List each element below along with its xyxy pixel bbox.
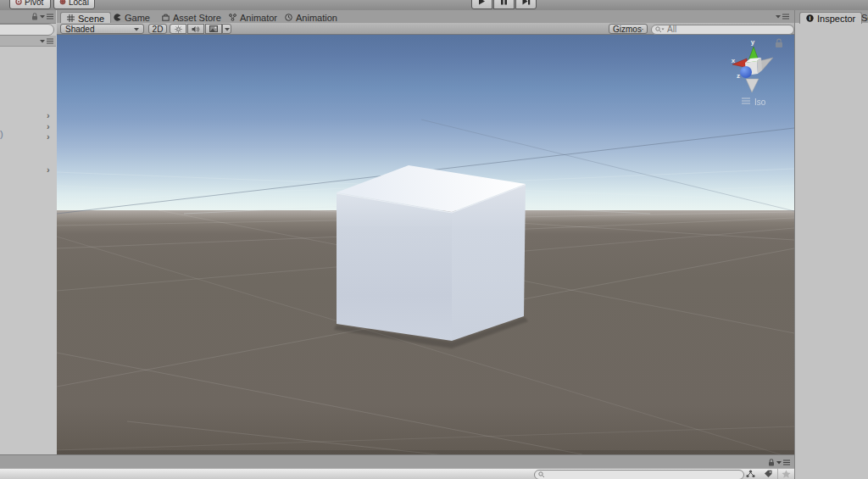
grid-icon (67, 14, 75, 22)
dropdown-arrow-icon[interactable] (40, 39, 45, 43)
pivot-icon (15, 0, 22, 5)
tab-game[interactable]: Game (108, 12, 156, 23)
play-icon (478, 0, 486, 5)
asset-labels-button[interactable] (760, 469, 776, 479)
tab-services-partial[interactable]: Se (860, 12, 868, 23)
projection-label: Iso (754, 97, 766, 107)
info-icon: i (806, 14, 814, 22)
speaker-icon (192, 25, 200, 33)
tab-animator[interactable]: Animator (223, 12, 283, 23)
scene-viewport[interactable]: y x z Iso (57, 35, 794, 454)
inspector-panel: i Inspector Se (794, 10, 868, 479)
collab-nodes-button[interactable] (743, 469, 759, 479)
tab-scene[interactable]: Scene (60, 12, 111, 24)
pause-button[interactable] (493, 0, 515, 9)
foldout-chevron[interactable]: › (47, 164, 50, 175)
gizmos-dropdown[interactable]: Gizmos (609, 24, 648, 34)
pivot-button[interactable]: Pivot (9, 0, 51, 9)
animator-graph-icon (229, 14, 236, 21)
foldout-chevron[interactable]: › (47, 121, 50, 131)
chevron-down-icon (642, 27, 643, 31)
cube-object[interactable] (334, 165, 528, 348)
search-icon (538, 471, 545, 478)
play-button[interactable] (471, 0, 492, 9)
search-icon (655, 26, 665, 33)
shading-mode-dropdown[interactable]: Shaded (60, 24, 144, 34)
scene-lighting-toggle[interactable] (170, 24, 186, 34)
gizmo-axis-z-sphere[interactable] (740, 66, 752, 78)
left-panel-search-field[interactable] (0, 24, 54, 36)
pause-icon (500, 0, 508, 5)
scene-search-field[interactable]: All (651, 25, 794, 35)
dropdown-arrow-icon[interactable] (40, 14, 45, 19)
project-search-field[interactable] (534, 470, 744, 479)
favorites-button[interactable] (777, 469, 794, 479)
gizmo-axis-gray-down[interactable] (746, 79, 759, 92)
hamburger-menu-icon[interactable] (782, 14, 789, 19)
axis-x-label: x (732, 57, 736, 64)
sun-icon (175, 25, 182, 33)
axis-z-label: z (737, 72, 740, 80)
bottom-panel-header (0, 454, 794, 468)
bottom-toolbar (0, 468, 794, 479)
scene-tab-bar: Scene Game Asset Store Animator Animatio… (57, 10, 794, 23)
dropdown-arrow-icon[interactable] (776, 14, 781, 19)
tab-asset-store[interactable]: Asset Store (156, 12, 227, 23)
clipped-text-fragment: ) (0, 129, 3, 139)
local-button[interactable]: Local (53, 0, 95, 9)
orientation-gizmo[interactable]: y x z (732, 38, 773, 92)
left-panel-subheader (0, 36, 56, 47)
scene-effects-toggle[interactable] (205, 24, 222, 34)
effects-dropdown-arrow[interactable] (222, 24, 231, 34)
star-icon (782, 470, 791, 478)
axis-y-label: y (751, 38, 755, 46)
left-panel-header (0, 10, 56, 24)
scene-view-toolbar: Shaded 2D Gizmos (57, 23, 794, 35)
2d-toggle-button[interactable]: 2D (148, 24, 167, 34)
chevron-down-icon (134, 27, 139, 31)
svg-text:i: i (810, 15, 811, 21)
chevron-down-icon (225, 27, 230, 31)
projection-control[interactable]: Iso (742, 97, 766, 107)
tab-animation[interactable]: Animation (279, 12, 343, 23)
hamburger-menu-icon[interactable] (783, 460, 790, 465)
scene-panel: Scene Game Asset Store Animator Animatio… (57, 10, 794, 454)
inspector-tab-bar: i Inspector Se (795, 10, 868, 23)
pivot-label: Pivot (25, 0, 43, 7)
hamburger-menu-icon[interactable] (47, 14, 53, 19)
scene-audio-toggle[interactable] (187, 24, 204, 34)
hamburger-menu-icon[interactable] (47, 38, 53, 44)
tab-inspector[interactable]: i Inspector (799, 12, 862, 24)
lock-icon[interactable] (768, 459, 775, 466)
cube-left-face (337, 192, 452, 341)
clock-icon (285, 14, 292, 21)
iso-menu-icon (742, 98, 750, 103)
foldout-chevron[interactable]: › (47, 110, 50, 120)
unity-editor-window: Pivot Local (0, 0, 868, 479)
store-box-icon (162, 14, 170, 21)
dropdown-arrow-icon[interactable] (776, 460, 782, 465)
tag-icon (764, 470, 773, 478)
viewport-overlay: y x z Iso (57, 35, 794, 454)
nodes-icon (746, 470, 755, 478)
lock-icon[interactable] (31, 13, 38, 20)
scene-search-value: All (667, 25, 676, 34)
local-label: Local (69, 0, 89, 7)
image-icon (209, 25, 218, 32)
viewport-lock-icon[interactable] (776, 39, 782, 47)
step-button[interactable] (515, 0, 537, 9)
step-icon (522, 0, 531, 5)
left-side-panel: › › › › ) (0, 10, 58, 454)
game-view-icon (114, 14, 121, 21)
foldout-chevron[interactable]: › (47, 131, 50, 142)
local-globe-icon (59, 0, 66, 5)
